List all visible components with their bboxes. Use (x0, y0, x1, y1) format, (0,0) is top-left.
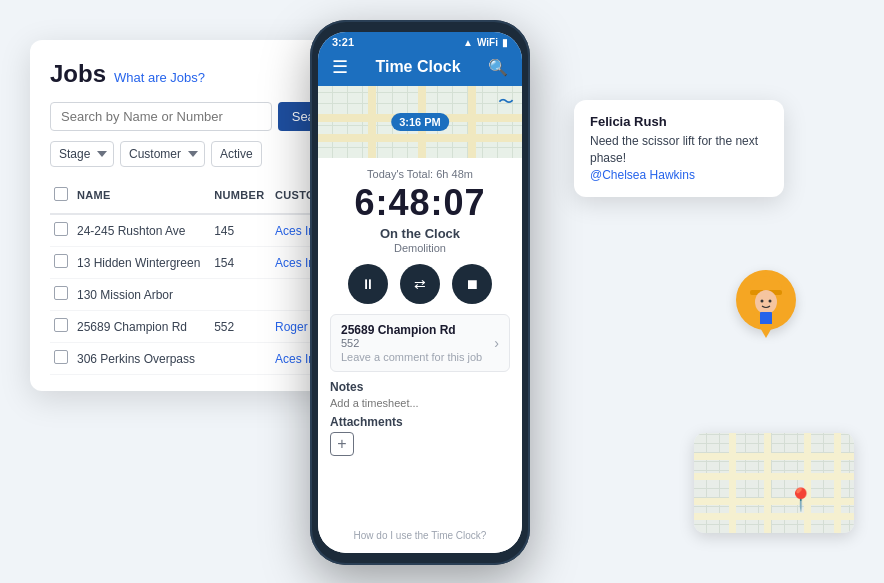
map-thumb-road (804, 433, 811, 533)
job-number (210, 279, 271, 311)
map-thumb-road (729, 433, 736, 533)
map-thumb-road (694, 473, 854, 480)
status-bar: 3:21 ▲ WiFi ▮ (318, 32, 522, 50)
row-checkbox[interactable] (54, 286, 68, 300)
map-road (468, 86, 476, 158)
avatar-pin (758, 324, 774, 338)
task-label: Demolition (394, 242, 446, 254)
search-icon[interactable]: 🔍 (488, 58, 508, 77)
notif-message: Need the scissor lift for the next phase… (590, 133, 768, 183)
svg-point-6 (769, 300, 772, 303)
today-total: Today's Total: 6h 48m (367, 168, 473, 180)
worker-avatar (736, 270, 796, 330)
row-checkbox[interactable] (54, 222, 68, 236)
clock-display: 6:48:07 (354, 182, 485, 224)
job-card-name: 25689 Champion Rd (341, 323, 494, 337)
wifi-icon: WiFi (477, 37, 498, 48)
active-filter: Active (211, 141, 262, 167)
map-thumb-road (764, 433, 771, 533)
help-text[interactable]: How do I use the Time Clock? (354, 530, 487, 545)
phone-shell: 3:21 ▲ WiFi ▮ ☰ Time Clock 🔍 (310, 20, 530, 565)
job-number: 154 (210, 247, 271, 279)
phone-map: 3:16 PM 〜 (318, 86, 522, 158)
phone-navbar: ☰ Time Clock 🔍 (318, 50, 522, 86)
row-checkbox[interactable] (54, 254, 68, 268)
attachments-row: + (330, 432, 510, 456)
job-number (210, 343, 271, 375)
job-card[interactable]: 25689 Champion Rd 552 Leave a comment fo… (330, 314, 510, 372)
menu-icon[interactable]: ☰ (332, 56, 348, 78)
chart-icon[interactable]: 〜 (498, 92, 514, 113)
job-name: 25689 Champion Rd (73, 311, 210, 343)
battery-icon: ▮ (502, 37, 508, 48)
avatar-image (736, 270, 796, 330)
pause-button[interactable]: ⏸ (348, 264, 388, 304)
attachments-label: Attachments (330, 415, 510, 429)
status-time: 3:21 (332, 36, 354, 48)
jobs-title: Jobs (50, 60, 106, 88)
col-number: NUMBER (210, 177, 271, 214)
signal-icon: ▲ (463, 37, 473, 48)
job-card-comment: Leave a comment for this job (341, 351, 494, 363)
clock-controls: ⏸ ⇄ ⏹ (348, 264, 492, 304)
col-name: NAME (73, 177, 210, 214)
search-input[interactable] (50, 102, 272, 131)
row-checkbox[interactable] (54, 350, 68, 364)
map-thumb-road (694, 498, 854, 505)
customer-filter[interactable]: Customer (120, 141, 205, 167)
job-number: 552 (210, 311, 271, 343)
map-time-badge: 3:16 PM (391, 113, 449, 131)
clock-body: Today's Total: 6h 48m 6:48:07 On the Clo… (318, 158, 522, 553)
notes-input[interactable] (330, 397, 510, 409)
arrow-icon: › (494, 335, 499, 351)
notif-sender: Felicia Rush (590, 114, 768, 129)
map-thumb-road (834, 433, 841, 533)
nav-title: Time Clock (375, 58, 460, 76)
job-card-info: 25689 Champion Rd 552 Leave a comment fo… (341, 323, 494, 363)
svg-point-2 (755, 290, 777, 314)
select-all-checkbox[interactable] (54, 187, 68, 201)
map-thumb-road (694, 453, 854, 460)
job-name: 13 Hidden Wintergreen (73, 247, 210, 279)
phone-device: 3:21 ▲ WiFi ▮ ☰ Time Clock 🔍 (310, 20, 530, 565)
stop-button[interactable]: ⏹ (452, 264, 492, 304)
status-icons: ▲ WiFi ▮ (463, 37, 508, 48)
phone-screen: 3:21 ▲ WiFi ▮ ☰ Time Clock 🔍 (318, 32, 522, 553)
job-name: 24-245 Rushton Ave (73, 214, 210, 247)
job-name: 306 Perkins Overpass (73, 343, 210, 375)
map-thumbnail: 📍 (694, 433, 854, 533)
map-thumb-road (694, 513, 854, 520)
job-name: 130 Mission Arbor (73, 279, 210, 311)
job-card-number: 552 (341, 337, 494, 349)
stage-filter[interactable]: Stage (50, 141, 114, 167)
svg-point-5 (761, 300, 764, 303)
notification-bubble: Felicia Rush Need the scissor lift for t… (574, 100, 784, 197)
job-number: 145 (210, 214, 271, 247)
notif-mention[interactable]: @Chelsea Hawkins (590, 168, 695, 182)
switch-button[interactable]: ⇄ (400, 264, 440, 304)
add-attachment-button[interactable]: + (330, 432, 354, 456)
worker-illustration (738, 272, 794, 328)
on-clock-label: On the Clock (380, 226, 460, 241)
map-road (368, 86, 376, 158)
map-pin-icon: 📍 (787, 487, 814, 513)
row-checkbox[interactable] (54, 318, 68, 332)
notes-label: Notes (330, 380, 510, 394)
jobs-help-link[interactable]: What are Jobs? (114, 70, 205, 85)
